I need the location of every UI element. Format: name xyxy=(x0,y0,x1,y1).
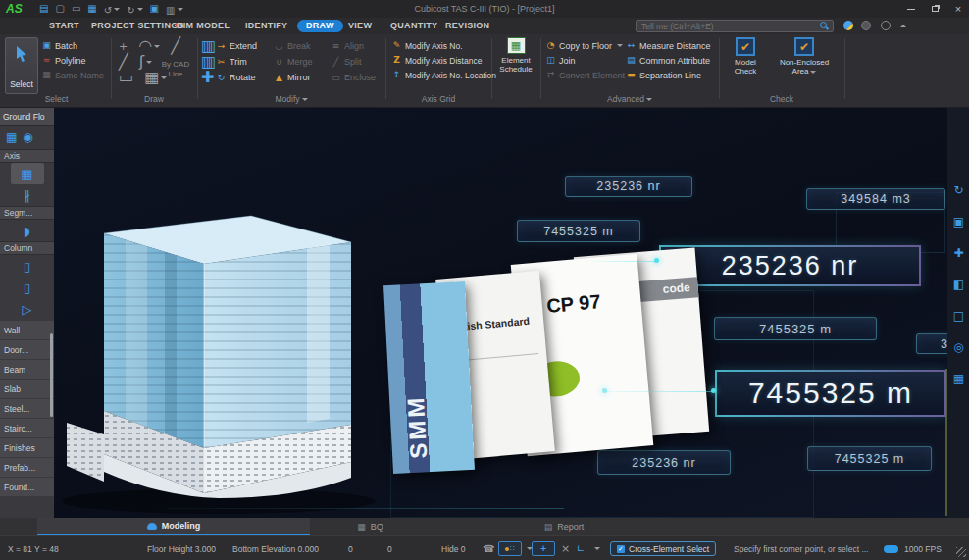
enclose-button[interactable]: ▭Enclose xyxy=(331,71,385,85)
model-viewport[interactable]: code CP 97 British Standard SMM 235236 n… xyxy=(54,108,969,518)
sidebar-scrollbar[interactable] xyxy=(50,333,53,417)
modify-axis-location-button[interactable]: ↕Modify Axis No. Location xyxy=(391,68,496,82)
save-icon[interactable]: ▤ xyxy=(39,4,48,14)
ribbon-group-element-schedule: ▦ Element Schedule xyxy=(492,34,539,106)
measure-distance-button[interactable]: ↔Measure Distance xyxy=(626,38,711,53)
connector-dot xyxy=(602,388,607,393)
tab-identify[interactable]: IDENTIFY xyxy=(241,20,291,32)
view-grid-icon[interactable]: ▦ xyxy=(951,373,966,387)
select-tool-button[interactable]: Select xyxy=(5,37,38,94)
section-segment[interactable]: Segm... xyxy=(0,206,54,220)
table-tool-icon[interactable]: ▥ xyxy=(166,0,182,18)
auxiliary-axis-tool[interactable]: ∦ xyxy=(0,184,54,206)
modify-axis-distance-button[interactable]: ZModify Axis Distance xyxy=(391,53,496,68)
tab-bq[interactable]: ▦ BQ xyxy=(314,518,427,535)
window-view-icon[interactable]: ▣ xyxy=(150,4,159,14)
enclose-icon: ▭ xyxy=(331,74,341,82)
copy-to-floor-button[interactable]: ◔Copy to Floor xyxy=(545,38,625,53)
section-column[interactable]: Column xyxy=(0,241,54,255)
search-icon[interactable] xyxy=(820,22,827,28)
extend-button[interactable]: →Extend xyxy=(216,39,274,54)
floor-selector[interactable]: Ground Flo xyxy=(0,108,54,126)
element-schedule-button[interactable]: ▦ Element Schedule xyxy=(495,37,536,74)
sidebar-item-steel[interactable]: Steel... xyxy=(0,399,54,418)
redo-icon[interactable]: ↻ xyxy=(127,0,142,18)
new-file-icon[interactable]: ▢ xyxy=(55,4,64,14)
zoom-window-icon[interactable]: □ xyxy=(951,310,966,325)
same-name-button[interactable]: ▦Same Name xyxy=(41,68,104,82)
trim-button[interactable]: ✂Trim xyxy=(216,55,274,70)
sidebar-item-staircase[interactable]: Stairc... xyxy=(0,419,54,437)
align-button[interactable]: ≡Align xyxy=(331,39,385,54)
column-tool[interactable]: ▯ xyxy=(0,255,54,277)
split-button[interactable]: ╱Split xyxy=(331,55,385,70)
move-icon[interactable]: ✚ xyxy=(201,70,216,85)
sidebar-item-door[interactable]: Door... xyxy=(0,340,54,359)
view-box-icon[interactable]: ▣ xyxy=(951,216,966,230)
history-icon[interactable]: ◉ xyxy=(23,131,32,143)
snap-settings-toggle[interactable]: ∷ xyxy=(498,541,522,556)
non-enclosed-area-button[interactable]: ✔ Non-Enclosed Area xyxy=(771,37,838,76)
modify-axis-no-button[interactable]: ✎Modify Axis No. xyxy=(391,38,496,53)
merge-button[interactable]: ∪Merge xyxy=(274,55,331,70)
help-icon[interactable] xyxy=(861,21,871,30)
sync-icon[interactable] xyxy=(843,21,853,30)
orbit-sphere-icon[interactable]: ◎ xyxy=(951,341,966,356)
collapse-ribbon-icon[interactable] xyxy=(900,25,906,27)
rotate-button[interactable]: ↻Rotate xyxy=(216,71,274,85)
sidebar-item-foundation[interactable]: Found... xyxy=(0,478,54,496)
section-axis[interactable]: Axis xyxy=(0,149,54,163)
grid-view-icon[interactable]: ▦ xyxy=(6,131,17,143)
polyline-button[interactable]: ≈Polyline xyxy=(41,53,104,68)
tab-view[interactable]: VIEW xyxy=(344,20,376,32)
section-box-icon[interactable]: ◧ xyxy=(951,279,966,293)
app-logo[interactable]: AS xyxy=(6,2,31,16)
snap-marker-icon[interactable]: ∟ xyxy=(577,536,585,560)
import-icon[interactable]: ▦ xyxy=(87,4,96,14)
model-check-button[interactable]: ✔ Model Check xyxy=(724,37,767,76)
batch-button[interactable]: ▣Batch xyxy=(41,38,104,53)
phone-icon[interactable]: ☎ xyxy=(483,536,494,560)
group-label-advanced[interactable]: Advanced xyxy=(541,94,718,104)
undo-icon[interactable]: ↺ xyxy=(104,0,120,18)
cancel-icon[interactable]: × xyxy=(561,536,570,560)
tab-revision[interactable]: REVISION xyxy=(441,20,493,32)
resize-grip[interactable] xyxy=(956,547,966,557)
common-attribute-button[interactable]: ▤Common Attribute xyxy=(626,53,711,68)
join-button[interactable]: ◫Join xyxy=(545,53,625,68)
tell-me-search-input[interactable] xyxy=(636,20,834,32)
orbit-icon[interactable]: ↻ xyxy=(951,184,966,199)
tab-quantity[interactable]: QUANTITY xyxy=(386,20,441,32)
tab-bim-model[interactable]: BIM MODEL xyxy=(173,20,233,32)
diagonal-line-tool-icon[interactable]: ╱ xyxy=(171,38,180,54)
cross-element-select-toggle[interactable]: ✓ Cross-Element Select xyxy=(610,541,716,556)
segment-tool[interactable]: ◗ xyxy=(0,220,54,241)
minimize-button[interactable] xyxy=(904,3,918,15)
break-button[interactable]: ◡Break xyxy=(274,39,331,54)
open-file-icon[interactable]: ▭ xyxy=(72,4,80,14)
group-label-modify[interactable]: Modify xyxy=(198,94,384,104)
sidebar-item-wall[interactable]: Wall xyxy=(0,321,54,339)
tab-modeling[interactable]: Modeling xyxy=(37,518,310,535)
tab-draw[interactable]: DRAW xyxy=(297,20,343,32)
by-cad-line-button[interactable]: By CAD Line xyxy=(158,60,193,80)
convert-element-button[interactable]: ⇄Convert Element xyxy=(545,68,625,82)
column-round-tool[interactable]: ▯ xyxy=(0,277,54,298)
point-tool-icon[interactable]: + xyxy=(119,41,128,52)
rectangle-tool-icon[interactable]: ▭ xyxy=(119,70,133,85)
ortho-toggle[interactable]: + xyxy=(532,541,555,556)
restore-button[interactable] xyxy=(928,3,942,15)
sidebar-item-beam[interactable]: Beam xyxy=(0,360,54,379)
column-cap-tool[interactable]: ▷ xyxy=(0,298,54,320)
sidebar-item-finishes[interactable]: Finishes xyxy=(0,438,54,457)
separation-line-button[interactable]: ▬Separation Line xyxy=(626,68,711,82)
lightbulb-icon[interactable] xyxy=(881,21,891,30)
sidebar-item-prefab[interactable]: Prefab... xyxy=(0,458,54,477)
tab-report[interactable]: ▤ Report xyxy=(485,518,642,535)
pan-icon[interactable]: ✚ xyxy=(951,247,966,262)
close-button[interactable]: × xyxy=(951,3,965,15)
mirror-button[interactable]: ▲Mirror xyxy=(274,71,331,85)
sidebar-item-slab[interactable]: Slab xyxy=(0,380,54,398)
tab-start[interactable]: START xyxy=(45,20,83,32)
axis-grid-tool[interactable]: ▦ xyxy=(11,163,44,184)
